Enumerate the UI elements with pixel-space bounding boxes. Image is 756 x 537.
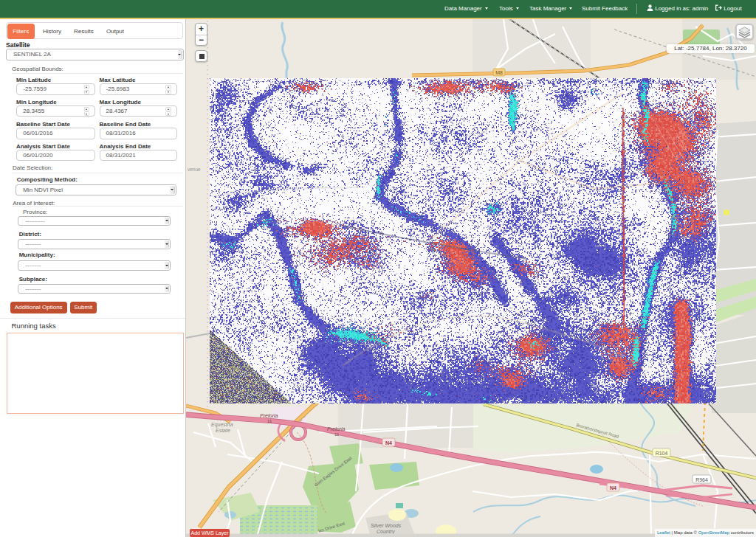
svg-text:11: 11 xyxy=(334,432,340,437)
svg-text:Pretoria: Pretoria xyxy=(327,426,346,432)
svg-text:N4: N4 xyxy=(385,440,392,446)
svg-text:Equestria: Equestria xyxy=(211,422,233,428)
svg-text:11: 11 xyxy=(267,419,272,423)
svg-text:Pretoria: Pretoria xyxy=(260,413,278,418)
svg-text:Estate: Estate xyxy=(216,428,230,433)
svg-text:R104: R104 xyxy=(656,451,668,456)
svg-text:N4: N4 xyxy=(610,485,616,491)
svg-text:Silver Woods: Silver Woods xyxy=(371,523,402,528)
svg-text:M8: M8 xyxy=(495,70,503,75)
svg-text:venue: venue xyxy=(188,167,201,172)
svg-text:R964: R964 xyxy=(695,477,708,482)
